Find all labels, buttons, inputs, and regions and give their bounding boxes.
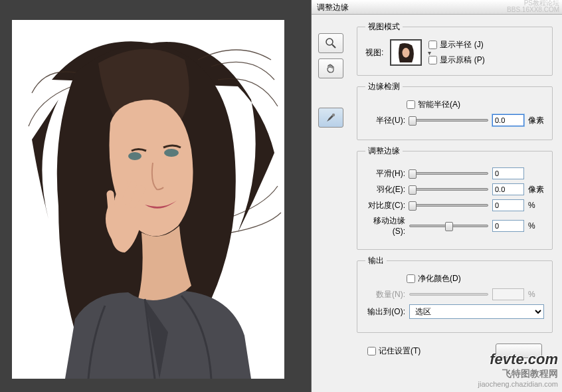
view-mode-legend: 视图模式	[365, 21, 403, 33]
watermark-bottom: fevte.com 飞特图教程网 jiaocheng.chazidian.com	[478, 351, 558, 388]
contrast-input[interactable]	[492, 199, 524, 211]
adjust-edge-group: 调整边缘 平滑(H): 羽化(E): 像素 对比度(C):	[357, 146, 553, 250]
amount-slider	[409, 293, 488, 296]
view-label: 视图:	[365, 47, 383, 58]
output-to-select[interactable]: 选区	[409, 304, 544, 319]
remember-settings-checkbox[interactable]: 记住设置(T)	[367, 345, 421, 357]
show-radius-checkbox[interactable]: 显示半径 (J)	[428, 39, 484, 50]
amount-input	[492, 288, 524, 300]
radius-input[interactable]	[492, 114, 524, 126]
output-to-label: 输出到(O):	[365, 306, 405, 318]
radius-label: 半径(U):	[365, 115, 405, 126]
smooth-input[interactable]	[492, 167, 524, 179]
show-original-checkbox[interactable]: 显示原稿 (P)	[428, 54, 484, 66]
decontaminate-checkbox[interactable]: 净化颜色(D)	[407, 273, 544, 284]
svg-point-5	[332, 114, 335, 116]
shift-edge-slider[interactable]	[409, 225, 488, 227]
tools-column	[318, 21, 349, 363]
shift-edge-input[interactable]	[492, 220, 524, 232]
edge-detect-legend: 边缘检测	[365, 81, 403, 92]
svg-point-3	[326, 39, 333, 45]
chevron-down-icon: ▾	[428, 49, 431, 56]
shift-edge-label: 移动边缘(S):	[365, 215, 405, 236]
refine-brush-tool[interactable]	[318, 108, 343, 128]
hand-tool[interactable]	[318, 58, 343, 78]
contrast-slider[interactable]	[409, 204, 488, 207]
view-mode-group: 视图模式 视图: ▾ 显示半径 (J) 显示原稿 (P)	[357, 21, 553, 76]
svg-line-4	[332, 45, 335, 48]
adjust-legend: 调整边缘	[365, 146, 403, 157]
view-thumbnail-button[interactable]: ▾	[390, 39, 422, 66]
refine-edge-dialog: PS教程论坛 BBS.16XX8.COM 调整边缘 视图模式 视图:	[311, 0, 562, 392]
amount-label: 数量(N):	[365, 289, 405, 300]
smooth-slider[interactable]	[409, 172, 488, 175]
watermark-top: PS教程论坛 BBS.16XX8.COM	[507, 0, 559, 13]
radius-unit: 像素	[528, 115, 544, 126]
svg-point-1	[128, 152, 141, 160]
smart-radius-checkbox[interactable]: 智能半径(A)	[407, 99, 544, 110]
feather-input[interactable]	[492, 183, 524, 195]
feather-label: 羽化(E):	[365, 184, 405, 195]
feather-slider[interactable]	[409, 188, 488, 191]
zoom-tool[interactable]	[318, 33, 343, 53]
svg-point-2	[164, 149, 179, 157]
radius-slider[interactable]	[409, 119, 488, 122]
output-group: 输出 净化颜色(D) 数量(N): % 输出到(O): 选区	[357, 255, 553, 333]
svg-point-7	[403, 48, 410, 58]
edge-detection-group: 边缘检测 智能半径(A) 半径(U): 像素	[357, 81, 553, 140]
output-legend: 输出	[365, 255, 387, 266]
contrast-label: 对比度(C):	[365, 200, 405, 211]
smooth-label: 平滑(H):	[365, 168, 405, 179]
canvas-preview	[12, 20, 284, 379]
